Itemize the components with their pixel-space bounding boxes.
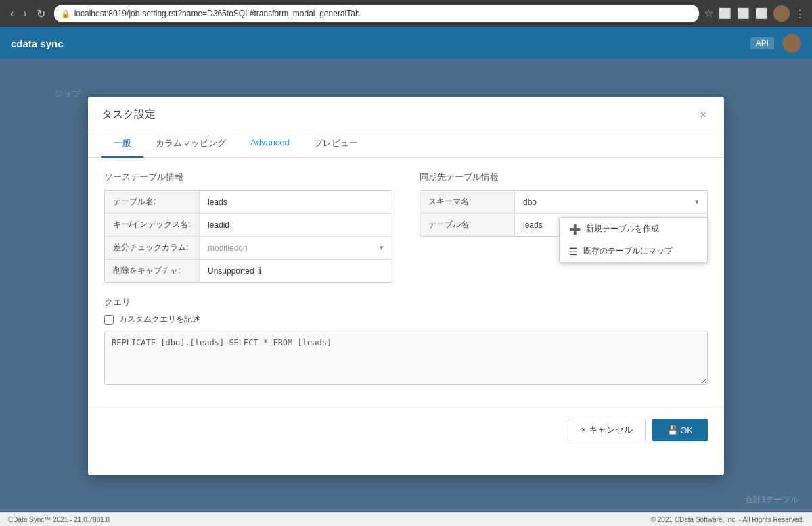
source-key-row: キー/インデックス名: leadid bbox=[105, 214, 392, 237]
tab-preview[interactable]: プレビュー bbox=[302, 130, 370, 158]
reload-button[interactable]: ↻ bbox=[33, 6, 49, 22]
custom-query-label: カスタムクエリを記述 bbox=[119, 314, 200, 325]
table-options-dropdown: ➕ 新規テーブルを作成 ☰ 既存のテーブルにマップ bbox=[559, 217, 708, 263]
ext2-icon[interactable]: ⬜ bbox=[737, 7, 750, 20]
header-user-icon[interactable] bbox=[782, 34, 801, 53]
query-section: クエリ カスタムクエリを記述 REPLICATE [dbo].[leads] S… bbox=[104, 296, 708, 387]
api-badge[interactable]: API bbox=[750, 37, 774, 49]
modal-backdrop: タスク設定 × 一般 カラムマッピング Advanced プレビュー ソー bbox=[0, 59, 812, 512]
source-section-title: ソーステーブル情報 bbox=[104, 171, 392, 183]
footer-right: © 2021 CData Software, Inc. - All Rights… bbox=[651, 516, 804, 523]
dest-section-title: 同期先テーブル情報 bbox=[420, 171, 708, 183]
source-delete-label: 削除をキャプチャ: bbox=[105, 260, 200, 282]
source-table-row-name: テーブル名: leads bbox=[105, 191, 392, 214]
source-column: ソーステーブル情報 テーブル名: leads bbox=[104, 171, 392, 283]
dest-table-label: テーブル名: bbox=[420, 214, 515, 236]
source-table-name-label: テーブル名: bbox=[105, 191, 200, 213]
custom-query-checkbox[interactable] bbox=[104, 315, 114, 325]
source-delete-row: 削除をキャプチャ: Unsupported ℹ bbox=[105, 260, 392, 282]
browser-actions: ☆ ⬜ ⬜ ⬜ ⋮ bbox=[704, 5, 805, 22]
menu-icon[interactable]: ⋮ bbox=[795, 7, 805, 20]
app-footer: CData Sync™ 2021 - 21.0.7881.0 © 2021 CD… bbox=[0, 512, 812, 526]
ext1-icon[interactable]: ⬜ bbox=[719, 7, 731, 20]
modal: タスク設定 × 一般 カラムマッピング Advanced プレビュー ソー bbox=[88, 97, 724, 475]
ext3-icon[interactable]: ⬜ bbox=[755, 7, 768, 20]
map-existing-table-item[interactable]: ☰ 既存のテーブルにマップ bbox=[560, 240, 707, 262]
modal-body: ソーステーブル情報 テーブル名: leads bbox=[88, 158, 724, 400]
url-text: localhost:8019/job-setting.rst?name=D365… bbox=[74, 9, 360, 18]
url-bar[interactable]: 🔒 localhost:8019/job-setting.rst?name=D3… bbox=[54, 5, 699, 22]
lock-icon: 🔒 bbox=[61, 9, 70, 18]
tab-column-mapping[interactable]: カラムマッピング bbox=[143, 130, 238, 158]
source-key-value: leadid bbox=[200, 214, 392, 236]
tab-general[interactable]: 一般 bbox=[102, 130, 143, 158]
source-diff-label: 差分チェックカラム: bbox=[105, 237, 200, 259]
query-textarea[interactable]: REPLICATE [dbo].[leads] SELECT * FROM [l… bbox=[104, 331, 708, 385]
dest-schema-label: スキーマ名: bbox=[420, 191, 515, 213]
query-section-title: クエリ bbox=[104, 296, 708, 308]
custom-query-checkbox-row: カスタムクエリを記述 bbox=[104, 314, 708, 325]
cancel-button[interactable]: × キャンセル bbox=[568, 419, 645, 441]
source-delete-value: Unsupported ℹ bbox=[200, 260, 392, 282]
source-key-label: キー/インデックス名: bbox=[105, 214, 200, 236]
browser-nav[interactable]: ‹ › ↻ bbox=[7, 6, 49, 22]
app-logo: cdata sync bbox=[11, 38, 64, 49]
footer-left: CData Sync™ 2021 - 21.0.7881.0 bbox=[8, 516, 110, 523]
app-header-right: API bbox=[750, 34, 801, 53]
star-icon[interactable]: ☆ bbox=[704, 7, 713, 20]
modal-header: タスク設定 × bbox=[88, 97, 724, 130]
source-diff-value[interactable]: modifiedon ▾ bbox=[200, 237, 392, 259]
map-table-icon: ☰ bbox=[569, 246, 578, 257]
tab-advanced[interactable]: Advanced bbox=[238, 130, 302, 158]
modal-close-button[interactable]: × bbox=[696, 108, 710, 122]
dest-column: 同期先テーブル情報 スキーマ名: dbo ▾ bbox=[420, 171, 708, 283]
modal-tabs: 一般 カラムマッピング Advanced プレビュー bbox=[88, 130, 724, 158]
dest-schema-row: スキーマ名: dbo ▾ bbox=[420, 191, 707, 214]
modal-footer: × キャンセル 💾 OK bbox=[88, 407, 724, 452]
create-table-icon: ➕ bbox=[569, 224, 581, 235]
modal-title: タスク設定 bbox=[102, 107, 156, 122]
app-logo-text: cdata sync bbox=[11, 38, 64, 49]
info-icon[interactable]: ℹ bbox=[258, 266, 262, 276]
ok-button[interactable]: 💾 OK bbox=[652, 419, 708, 441]
forward-button[interactable]: › bbox=[20, 6, 30, 21]
dest-schema-value[interactable]: dbo ▾ bbox=[515, 191, 707, 213]
browser-user-avatar[interactable] bbox=[773, 5, 790, 22]
source-table: テーブル名: leads キー/インデックス名: bbox=[104, 190, 392, 283]
app-header: cdata sync API bbox=[0, 27, 812, 59]
create-new-table-item[interactable]: ➕ 新規テーブルを作成 bbox=[560, 218, 707, 240]
diff-dropdown-arrow: ▾ bbox=[380, 243, 384, 252]
schema-dropdown-arrow: ▾ bbox=[695, 197, 699, 206]
form-columns: ソーステーブル情報 テーブル名: leads bbox=[104, 171, 708, 283]
source-table-name-value: leads bbox=[200, 191, 392, 213]
browser-chrome: ‹ › ↻ 🔒 localhost:8019/job-setting.rst?n… bbox=[0, 0, 812, 27]
source-diff-row: 差分チェックカラム: modifiedon ▾ bbox=[105, 237, 392, 260]
back-button[interactable]: ‹ bbox=[7, 6, 17, 21]
